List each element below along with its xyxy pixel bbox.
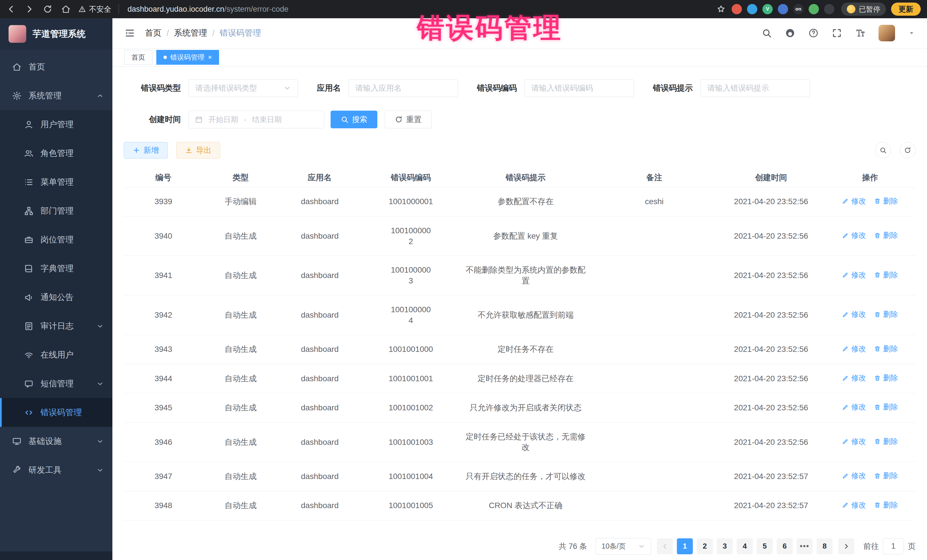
delete-button[interactable]: 删除 xyxy=(874,500,898,510)
search-icon[interactable] xyxy=(761,28,772,38)
sidebar-item-infra[interactable]: 基础设施 xyxy=(0,427,112,456)
next-page-button[interactable] xyxy=(838,538,854,554)
export-button[interactable]: 导出 xyxy=(176,142,220,159)
home-browser-icon[interactable] xyxy=(61,4,71,14)
trash-icon xyxy=(874,197,881,205)
page-button[interactable]: 2 xyxy=(697,538,713,554)
refresh-table-button[interactable] xyxy=(900,142,916,158)
update-button[interactable]: 更新 xyxy=(891,3,921,16)
extension-icon[interactable]: V xyxy=(763,4,773,14)
menu-fold-icon[interactable] xyxy=(125,28,135,38)
prev-page-button[interactable] xyxy=(657,538,673,554)
cell-type: 自动生成 xyxy=(203,491,278,520)
error-msg-input[interactable] xyxy=(700,79,810,97)
cell-actions: 修改删除 xyxy=(825,491,916,520)
sidebar-collapse-bar[interactable] xyxy=(0,551,112,560)
reset-button[interactable]: 重置 xyxy=(385,111,432,128)
tab-close-icon[interactable]: × xyxy=(208,54,212,61)
breadcrumb-item[interactable]: 错误码管理 xyxy=(220,27,261,39)
font-size-icon[interactable] xyxy=(855,28,865,38)
delete-button[interactable]: 删除 xyxy=(874,402,898,412)
sidebar-item-home[interactable]: 首页 xyxy=(0,52,112,81)
page-button[interactable]: 4 xyxy=(737,538,753,554)
tab[interactable]: 首页 xyxy=(125,50,152,65)
search-button[interactable]: 搜索 xyxy=(331,111,377,128)
edit-button[interactable]: 修改 xyxy=(842,500,866,510)
code-icon xyxy=(24,408,33,417)
logo[interactable]: 芋道管理系统 xyxy=(0,18,112,50)
sidebar-item-label: 菜单管理 xyxy=(41,176,74,188)
cell-message: 只有开启状态的任务，才可以修改 xyxy=(460,462,591,491)
page-size-select[interactable]: 10条/页 xyxy=(596,538,651,555)
error-type-select[interactable]: 请选择错误码类型 xyxy=(188,79,298,97)
delete-button[interactable]: 删除 xyxy=(874,231,898,240)
sidebar-item-org[interactable]: 部门管理 xyxy=(0,196,112,225)
chevron-down-icon[interactable] xyxy=(908,30,915,36)
delete-button[interactable]: 删除 xyxy=(874,344,898,354)
edit-button[interactable]: 修改 xyxy=(842,402,866,412)
edit-button[interactable]: 修改 xyxy=(842,270,866,280)
extension-icon[interactable] xyxy=(824,4,834,14)
security-chip[interactable]: 不安全 xyxy=(78,4,111,14)
date-range-picker[interactable]: 开始日期 - 结束日期 xyxy=(188,111,324,128)
table-header-row: 编号类型应用名错误码编码错误码提示备注创建时间操作 xyxy=(124,168,916,187)
edit-button[interactable]: 修改 xyxy=(842,196,866,206)
bookmark-star-icon[interactable] xyxy=(716,4,726,14)
delete-button[interactable]: 删除 xyxy=(874,196,898,206)
sidebar-item-list[interactable]: 菜单管理 xyxy=(0,168,112,196)
toggle-search-button[interactable] xyxy=(875,142,891,158)
add-button[interactable]: 新增 xyxy=(124,142,168,159)
extension-icon[interactable] xyxy=(808,4,819,14)
breadcrumb-item[interactable]: 系统管理 xyxy=(174,27,207,39)
sidebar-item-announcement[interactable]: 通知公告 xyxy=(0,283,112,312)
sidebar-item-users[interactable]: 角色管理 xyxy=(0,139,112,168)
github-icon[interactable] xyxy=(785,28,795,38)
extension-icon[interactable]: on xyxy=(793,4,804,14)
user-avatar[interactable] xyxy=(878,25,895,41)
help-icon[interactable] xyxy=(808,28,819,38)
breadcrumb-item[interactable]: 首页 xyxy=(145,27,161,39)
sidebar-item-gear[interactable]: 系统管理 xyxy=(0,81,112,110)
column-header: 应用名 xyxy=(278,168,361,187)
sidebar-item-briefcase[interactable]: 岗位管理 xyxy=(0,225,112,254)
sidebar-item-dict[interactable]: 字典管理 xyxy=(0,254,112,283)
sidebar-item-audit[interactable]: 审计日志 xyxy=(0,312,112,340)
page-button[interactable]: 3 xyxy=(717,538,733,554)
fullscreen-icon[interactable] xyxy=(832,28,842,38)
sidebar-item-user[interactable]: 用户管理 xyxy=(0,110,112,139)
cell-code: 1001001000 xyxy=(362,335,460,364)
page-button[interactable]: 5 xyxy=(757,538,773,554)
paused-badge[interactable]: 已暂停 xyxy=(841,3,886,16)
sidebar-item-online[interactable]: 在线用户 xyxy=(0,340,112,369)
extension-icon[interactable] xyxy=(778,4,788,14)
page-button[interactable]: 1 xyxy=(677,538,693,554)
extension-icon[interactable] xyxy=(732,4,742,14)
edit-button[interactable]: 修改 xyxy=(842,310,866,319)
sidebar-item-tools[interactable]: 研发工具 xyxy=(0,456,112,484)
edit-button[interactable]: 修改 xyxy=(842,437,866,446)
page-button[interactable]: 8 xyxy=(817,538,833,554)
page-button[interactable]: 6 xyxy=(777,538,793,554)
edit-button[interactable]: 修改 xyxy=(842,471,866,481)
delete-button[interactable]: 删除 xyxy=(874,471,898,481)
delete-button[interactable]: 删除 xyxy=(874,310,898,319)
app-name-input[interactable] xyxy=(348,79,458,97)
sidebar-item-label: 短信管理 xyxy=(41,378,74,390)
sidebar-item-code[interactable]: 错误码管理 xyxy=(0,398,112,427)
goto-page-input[interactable] xyxy=(883,538,904,554)
delete-button[interactable]: 删除 xyxy=(874,437,898,446)
tab[interactable]: 错误码管理× xyxy=(156,50,219,65)
extension-icon[interactable] xyxy=(747,4,757,14)
delete-button[interactable]: 删除 xyxy=(874,373,898,383)
delete-button[interactable]: 删除 xyxy=(874,270,898,280)
error-code-input[interactable] xyxy=(524,79,634,97)
forward-icon[interactable] xyxy=(24,4,34,14)
back-icon[interactable] xyxy=(6,4,16,14)
edit-button[interactable]: 修改 xyxy=(842,373,866,383)
reload-icon[interactable] xyxy=(43,4,53,14)
edit-button[interactable]: 修改 xyxy=(842,231,866,240)
sidebar-item-sms[interactable]: 短信管理 xyxy=(0,369,112,398)
edit-button[interactable]: 修改 xyxy=(842,344,866,354)
address-bar[interactable]: 不安全 dashboard.yudao.iocoder.cn/system/er… xyxy=(78,4,732,14)
cell-code: 1001001001 xyxy=(362,364,460,393)
